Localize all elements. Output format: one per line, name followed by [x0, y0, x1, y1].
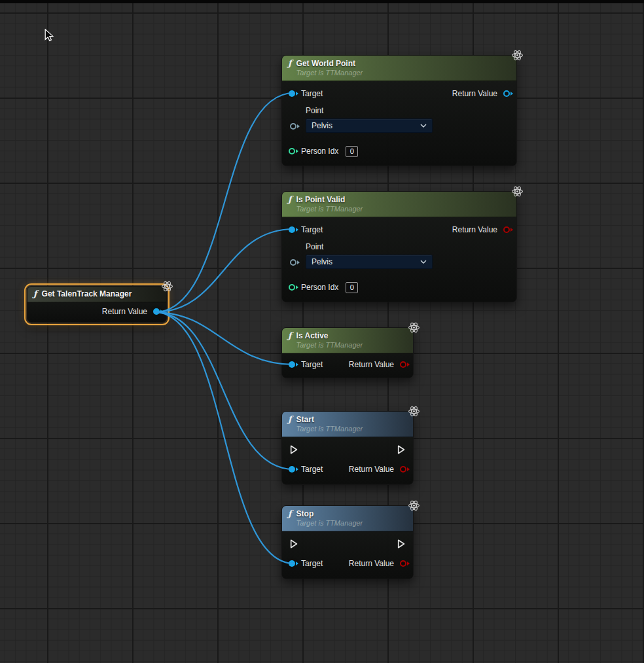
pin-label: Point — [306, 242, 510, 252]
function-icon: ƒ — [288, 331, 292, 341]
viewport-top-edge — [0, 0, 644, 3]
node-title: Start — [296, 414, 363, 425]
atom-icon — [408, 321, 420, 334]
pin-label: Target — [301, 465, 323, 474]
target-pin[interactable] — [289, 560, 295, 567]
pin-label: Target — [301, 559, 323, 568]
node-subtitle: Target is TTManager — [296, 519, 363, 528]
dropdown-value: Pelvis — [312, 121, 332, 130]
wire-manager-to-is-active[interactable] — [154, 312, 294, 365]
pin-label: Return Value — [452, 89, 497, 98]
pin-label: Return Value — [349, 465, 394, 474]
function-icon: ƒ — [288, 509, 292, 519]
wire-manager-to-get-world-point[interactable] — [154, 93, 294, 312]
person-idx-input[interactable]: 0 — [346, 146, 358, 157]
wire-manager-to-start[interactable] — [154, 312, 294, 469]
chevron-down-icon — [420, 260, 427, 264]
target-pin[interactable] — [289, 361, 295, 368]
pin-label: Person Idx — [301, 147, 338, 156]
pin-label: Person Idx — [301, 283, 338, 292]
person-idx-pin[interactable] — [289, 284, 295, 291]
return-value-pin[interactable] — [503, 90, 510, 97]
node-start[interactable]: ƒ Start Target is TTManager Target Retur… — [281, 411, 414, 485]
exec-in-pin[interactable] — [290, 539, 298, 548]
pin-label: Return Value — [349, 360, 394, 369]
pin-label: Point — [306, 106, 510, 116]
return-value-pin[interactable] — [400, 361, 406, 368]
target-pin[interactable] — [289, 466, 295, 473]
node-header: ƒ Is Point Valid Target is TTManager — [282, 192, 516, 217]
point-enum-dropdown[interactable]: Pelvis — [306, 118, 433, 133]
person-idx-pin[interactable] — [289, 148, 295, 154]
wire-manager-to-is-point-valid[interactable] — [154, 229, 294, 312]
node-title: Get World Point — [296, 58, 363, 69]
atom-icon — [511, 185, 524, 198]
point-enum-dropdown[interactable]: Pelvis — [306, 255, 433, 269]
exec-out-pin[interactable] — [397, 539, 405, 548]
wire-manager-to-stop[interactable] — [154, 312, 294, 564]
exec-out-pin[interactable] — [397, 445, 405, 454]
mouse-cursor — [45, 29, 54, 44]
node-subtitle: Target is TTManager — [296, 205, 363, 213]
return-value-pin[interactable] — [400, 560, 406, 567]
node-header: ƒ Get TalenTrack Manager — [27, 287, 166, 302]
pin-label: Return Value — [452, 225, 497, 234]
return-value-pin[interactable] — [400, 466, 406, 473]
node-header: ƒ Start Target is TTManager — [282, 412, 413, 437]
exec-in-pin[interactable] — [290, 445, 298, 454]
atom-icon — [161, 280, 173, 293]
node-get-world-point[interactable]: ƒ Get World Point Target is TTManager Ta… — [281, 55, 517, 166]
node-title: Is Active — [296, 331, 363, 341]
node-stop[interactable]: ƒ Stop Target is TTManager Target Return… — [281, 505, 414, 579]
node-header: ƒ Get World Point Target is TTManager — [282, 56, 516, 81]
node-get-talentrack-manager[interactable]: ƒ Get TalenTrack Manager Return Value — [27, 286, 167, 323]
node-title: Get TalenTrack Manager — [42, 289, 132, 299]
target-pin[interactable] — [289, 90, 295, 97]
point-pin[interactable] — [290, 259, 296, 266]
chevron-down-icon — [420, 124, 427, 128]
function-icon: ƒ — [288, 58, 292, 69]
dropdown-value: Pelvis — [312, 257, 332, 266]
atom-icon — [408, 405, 420, 418]
function-icon: ƒ — [33, 289, 37, 299]
point-pin[interactable] — [290, 123, 296, 130]
return-value-pin[interactable] — [153, 308, 160, 315]
function-icon: ƒ — [288, 194, 292, 205]
function-icon: ƒ — [288, 414, 292, 425]
node-subtitle: Target is TTManager — [296, 425, 363, 433]
blueprint-graph-canvas[interactable]: ƒ Get World Point Target is TTManager Ta… — [0, 0, 644, 663]
atom-icon — [408, 499, 420, 512]
pin-label: Target — [301, 225, 323, 234]
node-header: ƒ Stop Target is TTManager — [282, 506, 413, 531]
pin-label: Target — [301, 360, 323, 369]
pin-label: Return Value — [102, 307, 147, 316]
node-is-active[interactable]: ƒ Is Active Target is TTManager Target R… — [281, 327, 414, 378]
target-pin[interactable] — [289, 226, 295, 233]
node-subtitle: Target is TTManager — [296, 341, 363, 349]
pin-label: Target — [301, 89, 323, 98]
person-idx-input[interactable]: 0 — [346, 282, 358, 293]
node-header: ƒ Is Active Target is TTManager — [282, 328, 413, 353]
node-is-point-valid[interactable]: ƒ Is Point Valid Target is TTManager Tar… — [281, 191, 517, 302]
pin-label: Return Value — [349, 559, 394, 568]
node-subtitle: Target is TTManager — [296, 69, 363, 77]
atom-icon — [511, 49, 524, 62]
node-title: Stop — [296, 509, 363, 519]
node-title: Is Point Valid — [296, 194, 363, 205]
return-value-pin[interactable] — [503, 226, 510, 233]
